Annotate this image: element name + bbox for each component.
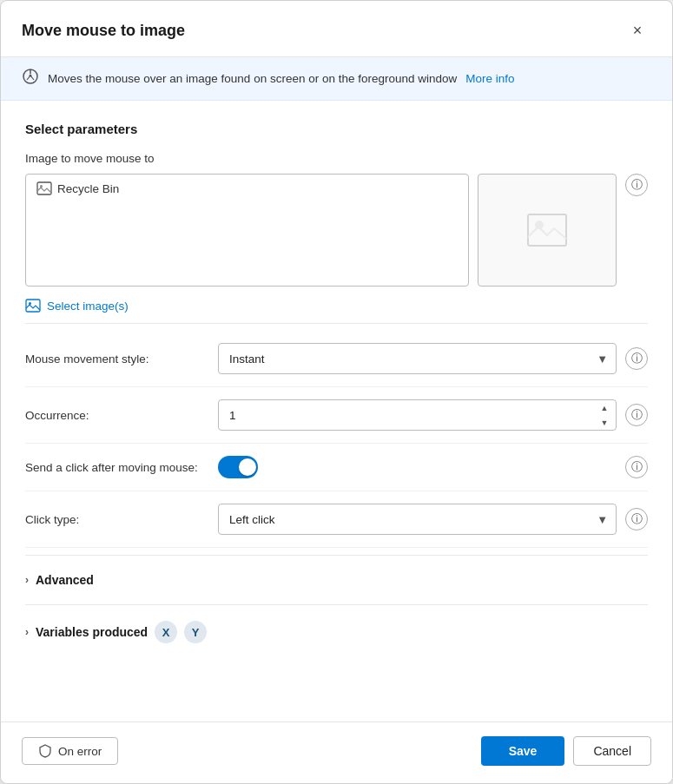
cancel-button[interactable]: Cancel	[573, 736, 651, 766]
mouse-movement-dropdown-wrapper: Instant Linear Smooth ▼	[218, 343, 617, 374]
move-mouse-dialog: Move mouse to image × Moves the mouse ov…	[0, 0, 673, 784]
variables-row[interactable]: › Variables produced X Y	[25, 612, 648, 652]
more-info-link[interactable]: More info	[465, 72, 514, 85]
preview-placeholder-icon	[526, 213, 568, 247]
image-preview-box	[478, 174, 617, 287]
send-click-toggle[interactable]	[218, 456, 258, 478]
occurrence-control: ▲ ▼ ⓘ	[218, 399, 648, 431]
section-divider-3	[25, 604, 648, 605]
dialog-footer: On error Save Cancel	[1, 721, 672, 783]
occurrence-down-arrow[interactable]: ▼	[594, 415, 615, 430]
dialog-title: Move mouse to image	[22, 22, 185, 40]
section-title: Select parameters	[25, 122, 648, 136]
mouse-movement-info-button[interactable]: ⓘ	[625, 347, 648, 370]
section-divider-2	[25, 555, 648, 556]
image-entry: Recycle Bin	[36, 181, 119, 195]
select-images-icon	[25, 299, 41, 313]
section-divider-1	[25, 323, 648, 324]
save-button[interactable]: Save	[481, 736, 565, 766]
close-button[interactable]: ×	[624, 16, 651, 44]
info-banner: Moves the mouse over an image found on s…	[1, 57, 672, 101]
select-images-label: Select image(s)	[47, 300, 129, 313]
advanced-chevron-icon: ›	[25, 574, 29, 586]
send-click-control: ⓘ	[218, 456, 648, 478]
param-row-send-click: Send a click after moving mouse: ⓘ	[25, 444, 648, 491]
param-row-occurrence: Occurrence: ▲ ▼ ⓘ	[25, 387, 648, 444]
svg-point-4	[40, 185, 43, 188]
on-error-button[interactable]: On error	[22, 737, 118, 765]
occurrence-spinner-wrapper: ▲ ▼	[218, 399, 617, 431]
variable-y-badge: Y	[184, 621, 207, 643]
param-row-mouse-movement: Mouse movement style: Instant Linear Smo…	[25, 331, 648, 387]
on-error-label: On error	[58, 745, 102, 758]
variables-label: Variables produced	[36, 625, 148, 639]
dialog-body: Select parameters Image to move mouse to…	[1, 101, 672, 721]
dialog-header: Move mouse to image ×	[1, 1, 672, 57]
mouse-movement-control: Instant Linear Smooth ▼ ⓘ	[218, 343, 648, 374]
occurrence-input[interactable]	[218, 399, 617, 431]
image-info-button[interactable]: ⓘ	[625, 174, 648, 196]
click-type-dropdown-wrapper: Left click Right click Double click Midd…	[218, 504, 617, 535]
occurrence-label: Occurrence:	[25, 409, 208, 422]
image-file-icon	[36, 181, 52, 195]
image-main-box: Recycle Bin	[25, 174, 469, 287]
variables-chevron-icon: ›	[25, 626, 29, 638]
click-type-control: Left click Right click Double click Midd…	[218, 504, 648, 535]
select-images-button[interactable]: Select image(s)	[25, 295, 129, 316]
mouse-movement-select[interactable]: Instant Linear Smooth	[218, 343, 617, 374]
occurrence-info-button[interactable]: ⓘ	[625, 404, 648, 426]
svg-point-8	[29, 302, 31, 305]
click-type-info-button[interactable]: ⓘ	[625, 508, 648, 530]
advanced-row[interactable]: › Advanced	[25, 563, 648, 597]
occurrence-spinner-arrows: ▲ ▼	[594, 400, 615, 430]
click-type-label: Click type:	[25, 513, 208, 526]
info-text: Moves the mouse over an image found on s…	[48, 72, 457, 85]
advanced-label: Advanced	[36, 573, 94, 587]
send-click-label: Send a click after moving mouse:	[25, 461, 208, 474]
image-entry-label: Recycle Bin	[57, 182, 119, 195]
toggle-thumb	[239, 458, 256, 476]
image-section-label: Image to move mouse to	[25, 152, 648, 165]
send-click-info-button[interactable]: ⓘ	[625, 456, 648, 478]
param-row-click-type: Click type: Left click Right click Doubl…	[25, 491, 648, 548]
click-type-select[interactable]: Left click Right click Double click Midd…	[218, 504, 617, 535]
shield-icon	[38, 744, 52, 758]
mouse-icon	[22, 68, 39, 89]
footer-right: Save Cancel	[481, 736, 651, 766]
variable-x-badge: X	[155, 621, 177, 643]
mouse-movement-label: Mouse movement style:	[25, 352, 208, 366]
occurrence-up-arrow[interactable]: ▲	[594, 400, 615, 415]
image-selector-row: Recycle Bin ⓘ	[25, 174, 648, 287]
